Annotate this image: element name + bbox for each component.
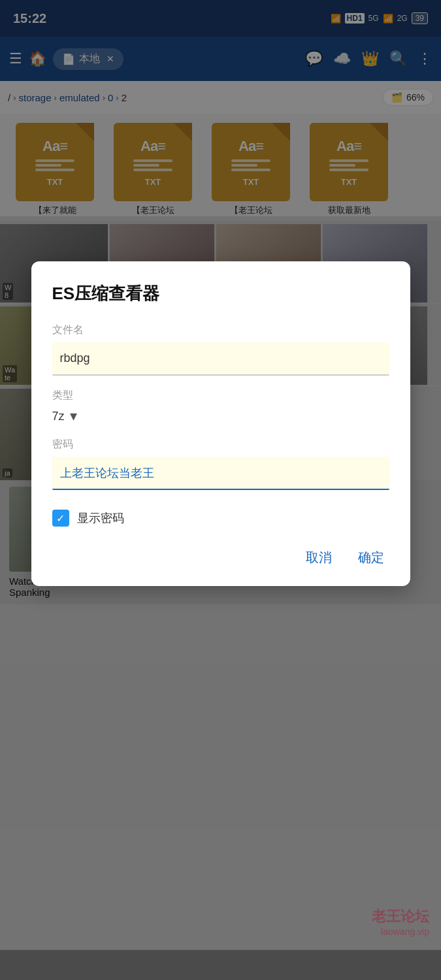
type-dropdown-icon[interactable]: ▾	[70, 408, 77, 425]
filename-label: 文件名	[52, 323, 389, 337]
dialog-buttons: 取消 确定	[52, 545, 389, 570]
type-value: 7z	[52, 410, 65, 423]
password-input[interactable]	[52, 457, 389, 490]
password-label: 密码	[52, 438, 389, 451]
checkmark-icon: ✓	[56, 512, 65, 525]
confirm-button[interactable]: 确定	[353, 545, 389, 570]
filename-input[interactable]	[52, 342, 389, 376]
show-password-checkbox[interactable]: ✓	[52, 510, 69, 527]
cancel-button[interactable]: 取消	[301, 545, 337, 570]
checkbox-row: ✓ 显示密码	[52, 510, 389, 527]
show-password-label: 显示密码	[77, 510, 124, 526]
type-row: 7z ▾	[52, 408, 389, 425]
dialog-title: ES压缩查看器	[52, 282, 389, 305]
type-label: 类型	[52, 389, 389, 402]
dialog: ES压缩查看器 文件名 类型 7z ▾ 密码 ✓ 显示密码 取消 确定	[31, 261, 410, 586]
